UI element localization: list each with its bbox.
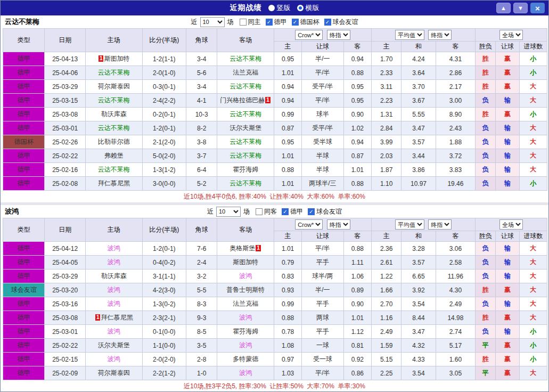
view-option-vertical[interactable]: 竖版 — [268, 3, 291, 13]
euro-away-odds-cell: 3.05 — [436, 366, 475, 380]
euro-home-odds-cell: 5.15 — [371, 353, 401, 366]
corner-cell: 3-5 — [186, 339, 217, 353]
filter-checkbox[interactable]: ✓德国杯 — [292, 18, 319, 27]
handicap-line-cell: 半球 — [302, 163, 343, 177]
checkbox-checked-icon[interactable]: ✓ — [266, 19, 273, 26]
result-scope-header: 全场 — [476, 29, 547, 42]
match-type-cell: 德甲 — [3, 242, 45, 256]
checkbox-checked-icon[interactable]: ✓ — [308, 208, 315, 215]
asian-odds-time-select[interactable]: 终指 — [327, 219, 350, 230]
result-cell: 负 — [476, 325, 496, 339]
move-up-button[interactable]: ▲ — [496, 3, 511, 13]
checkbox-unchecked-icon[interactable] — [256, 208, 263, 215]
filter-checkbox[interactable]: ✓球会友谊 — [308, 207, 342, 216]
filter-checkbox[interactable]: 同主 — [240, 18, 261, 27]
match-date-cell: 25-03-15 — [45, 94, 85, 108]
corner-cell: 6-4 — [186, 163, 217, 177]
close-button[interactable]: × — [530, 3, 545, 13]
match-row: 德甲25-02-16云达不莱梅1-3(1-2)6-4霍芬海姆0.88半球1.01… — [3, 163, 547, 177]
team-name: 云达不莱梅 — [5, 17, 39, 27]
move-down-button[interactable]: ▼ — [513, 3, 528, 13]
checkbox-checked-icon[interactable]: ✓ — [282, 208, 289, 215]
asian-away-odds-cell: 0.81 — [343, 339, 371, 353]
asian-away-odds-cell: 0.95 — [343, 80, 371, 94]
match-count-select[interactable]: 10 — [216, 207, 241, 217]
score-cell: 0-1(0-0) — [142, 325, 186, 339]
team-label: 波鸿 — [108, 355, 120, 363]
asian-home-odds-cell: 0.94 — [274, 80, 301, 94]
team-label: 荷尔斯泰因 — [98, 83, 130, 90]
filter-checkbox[interactable]: ✓球会友谊 — [324, 18, 358, 27]
corner-cell: 5-6 — [186, 66, 217, 80]
home-team-cell: 勒沃库森 — [85, 270, 142, 283]
euro-home-odds-cell: 3.11 — [371, 80, 401, 94]
euro-home-odds-cell: 2.49 — [371, 325, 401, 339]
home-team-cell: 荷尔斯泰因 — [85, 80, 142, 94]
scope-select[interactable]: 全场 — [499, 30, 523, 40]
euro-home-odds-cell: 2.36 — [371, 242, 401, 256]
handicap-line-cell: 平/半 — [302, 366, 343, 380]
euro-away-odds-cell: 5.17 — [436, 339, 475, 353]
handicap-result-cell: 输 — [496, 135, 519, 149]
goals-cell: 大 — [519, 297, 547, 311]
euro-home-odds-cell: 2.25 — [371, 366, 401, 380]
euro-avg-select[interactable]: 平均值 — [395, 30, 424, 40]
team-label: 云达不莱梅 — [230, 110, 261, 118]
filter-checkbox-label: 德国杯 — [300, 18, 319, 27]
bookmaker-select[interactable]: Crow* — [295, 219, 323, 230]
result-cell: 负 — [476, 242, 496, 256]
result-cell: 胜 — [476, 283, 496, 297]
checkbox-checked-icon[interactable]: ✓ — [292, 19, 299, 26]
goals-cell: 大 — [519, 149, 547, 163]
radio-selected-icon[interactable] — [297, 5, 304, 11]
section-summary: 近10场,胜3平2负5, 胜率:30% 让胜率:50% 大率:70% 单率:30… — [1, 380, 548, 392]
checkbox-unchecked-icon[interactable] — [240, 19, 247, 26]
match-row: 德甲25-03-16波鸿1-3(0-2)8-3法兰克福0.99平手0.902.7… — [3, 297, 547, 311]
corner-cell: 5-5 — [186, 283, 217, 297]
red-card-badge: 1 — [95, 314, 101, 321]
away-team-cell: 普鲁士明斯特 — [217, 283, 274, 297]
away-team-cell: 斯图加特 — [217, 256, 274, 270]
bookmaker-select[interactable]: Crow* — [295, 30, 323, 40]
checkbox-checked-icon[interactable]: ✓ — [324, 19, 331, 26]
section-summary: 近10场,胜4平0负6, 胜率:40% 让胜率:40% 大率:60% 单率:60… — [1, 191, 548, 202]
filter-checkbox[interactable]: ✓德甲 — [266, 18, 287, 27]
home-team-cell: 波鸿 — [85, 297, 142, 311]
euro-odds-time-select[interactable]: 终指 — [428, 219, 452, 230]
corner-cell: 3-4 — [186, 52, 217, 66]
match-type-cell: 德甲 — [3, 66, 45, 80]
euro-draw-odds-cell: 3.47 — [401, 325, 436, 339]
scope-select[interactable]: 全场 — [499, 219, 523, 230]
asian-odds-time-select[interactable]: 终指 — [327, 30, 350, 40]
away-team-cell: 法兰克福 — [217, 297, 274, 311]
filter-checkbox[interactable]: ✓德甲 — [282, 207, 303, 216]
euro-draw-odds-cell: 3.70 — [401, 80, 436, 94]
asian-home-odds-cell: 0.79 — [274, 256, 301, 270]
euro-odds-time-select[interactable]: 终指 — [428, 30, 452, 40]
match-date-cell: 25-02-15 — [45, 353, 85, 366]
filter-checkbox-label: 球会友谊 — [316, 207, 342, 216]
home-team-cell: 荷尔斯泰因 — [85, 366, 142, 380]
euro-away-odds-cell: 3.00 — [436, 94, 475, 108]
goals-cell: 大 — [519, 270, 547, 283]
section-filterbar: 云达不莱梅 近 10 场 同主✓德甲✓德国杯✓球会友谊 — [1, 15, 548, 28]
team-label: 波鸿 — [108, 244, 120, 252]
away-team-cell: 霍芬海姆 — [217, 163, 274, 177]
euro-draw-odds-cell: 3.47 — [401, 121, 436, 135]
radio-unselected-icon[interactable] — [268, 5, 275, 11]
match-count-select[interactable]: 10 — [200, 17, 225, 27]
euro-draw-odds-cell: 8.44 — [401, 311, 436, 325]
away-team-cell: 波鸿 — [217, 270, 274, 283]
asian-home-odds-cell: 0.99 — [274, 297, 301, 311]
match-row: 德甲25-02-08拜仁慕尼黑3-0(0-0)5-2云达不莱梅1.01两球半/三… — [3, 177, 547, 191]
asian-home-odds-cell: 0.94 — [274, 94, 301, 108]
match-row: 德甲25-04-131斯图加特1-2(1-1)3-4云达不莱梅0.95半/一0.… — [3, 52, 547, 66]
view-option-horizontal[interactable]: 横版 — [297, 3, 319, 13]
filter-checkbox[interactable]: 同客 — [256, 207, 277, 216]
euro-avg-select[interactable]: 平均值 — [395, 219, 424, 230]
team-label: 波鸿 — [239, 314, 252, 321]
filter-checkbox-label: 德甲 — [274, 18, 287, 27]
subcol-handicap: 让球 — [302, 231, 343, 242]
home-team-cell: 云达不莱梅 — [85, 66, 142, 80]
score-cell: 1-3(1-2) — [142, 163, 186, 177]
